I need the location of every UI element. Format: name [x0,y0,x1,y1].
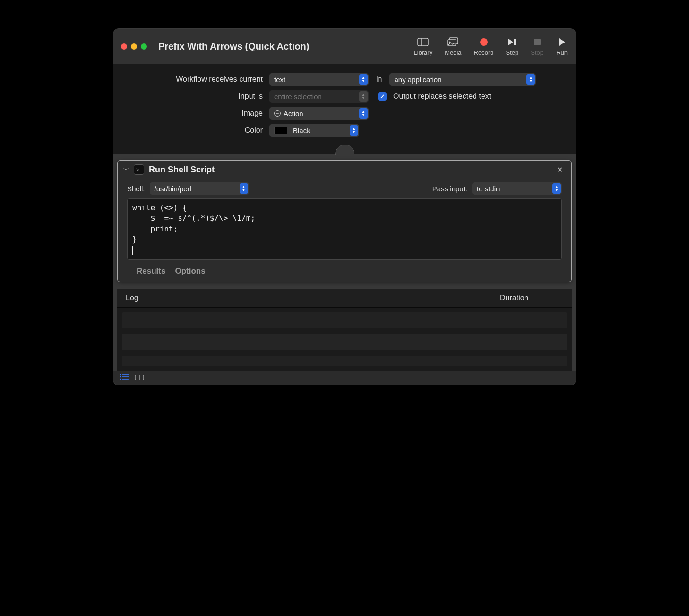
log-column-header[interactable]: Log [117,289,491,307]
image-label: Image [128,109,265,118]
play-icon [556,37,568,47]
step-icon [506,37,518,47]
pass-input-value: to stdin [477,185,500,193]
receives-select[interactable]: text ▲▼ [269,73,369,86]
pass-input-label: Pass input: [432,185,467,193]
updown-icon: ▲▼ [240,183,248,194]
titlebar: Prefix With Arrows (Quick Action) Librar… [113,29,576,65]
media-button[interactable]: Media [445,37,461,56]
record-icon [478,37,490,47]
remove-action-button[interactable]: ✕ [554,165,566,174]
updown-icon: ▲▼ [526,74,535,85]
shell-select[interactable]: /usr/bin/perl ▲▼ [150,182,249,195]
updown-icon: ▲▼ [359,91,368,102]
stop-icon [531,37,543,47]
color-value: Black [293,127,310,135]
workflow-config: Workflow receives current text ▲▼ in any… [113,65,576,154]
results-tab[interactable]: Results [137,266,165,276]
workflow-canvas: ﹀ >_ Run Shell Script ✕ Shell: /usr/bin/… [113,154,576,371]
updown-icon: ▲▼ [552,183,561,194]
options-tab[interactable]: Options [175,266,205,276]
sidebar-icon [417,37,429,47]
step-label: Step [506,49,519,56]
photos-icon [447,37,459,47]
log-row [122,312,567,328]
close-window-button[interactable] [121,43,127,50]
zoom-window-button[interactable] [141,43,147,50]
traffic-lights [121,43,147,50]
log-panel: Log Duration [117,289,572,371]
color-swatch [274,127,287,134]
updown-icon: ▲▼ [350,125,358,136]
updown-icon: ▲▼ [359,74,368,85]
color-select[interactable]: Black ▲▼ [269,124,359,137]
connector-notch [335,145,354,155]
terminal-icon: >_ [134,164,144,175]
step-button[interactable]: Step [506,37,519,56]
log-row [122,334,567,350]
library-button[interactable]: Library [413,37,432,56]
action-title: Run Shell Script [149,165,549,175]
shell-value: /usr/bin/perl [155,185,191,193]
receives-label: Workflow receives current [128,75,265,84]
list-view-icon[interactable] [120,374,129,382]
output-replaces-checkbox[interactable]: ✓ [378,92,387,101]
application-value: any application [394,76,441,84]
run-shell-script-action: ﹀ >_ Run Shell Script ✕ Shell: /usr/bin/… [117,160,572,282]
receives-value: text [274,76,285,84]
input-select: entire selection ▲▼ [269,90,369,103]
stop-label: Stop [531,49,543,56]
shell-label: Shell: [127,185,145,193]
input-label: Input is [128,92,265,101]
record-button[interactable]: Record [474,37,494,56]
svg-point-12 [120,376,121,378]
action-header[interactable]: ﹀ >_ Run Shell Script ✕ [118,161,571,179]
color-label: Color [128,126,265,135]
script-content: while (<>) { $_ =~ s/^(.*)$/\> \1/m; pri… [132,203,255,244]
svg-point-11 [120,374,121,376]
svg-rect-7 [534,39,541,45]
chevron-down-icon[interactable]: ﹀ [123,166,129,174]
in-label: in [376,75,382,84]
input-value: entire selection [274,93,322,101]
text-cursor [132,246,133,255]
updown-icon: ▲▼ [359,108,368,119]
svg-rect-6 [514,39,516,45]
application-select[interactable]: any application ▲▼ [389,73,536,86]
output-replaces-label: Output replaces selected text [393,92,491,101]
image-value: Action [284,110,303,118]
script-textarea[interactable]: while (<>) { $_ =~ s/^(.*)$/\> \1/m; pri… [127,198,562,260]
library-label: Library [413,49,432,56]
run-label: Run [556,49,568,56]
stop-button: Stop [531,37,543,56]
run-button[interactable]: Run [556,37,568,56]
svg-rect-0 [418,38,428,46]
svg-point-13 [120,379,121,380]
action-footer: Results Options [118,262,571,282]
pass-input-select[interactable]: to stdin ▲▼ [472,182,562,195]
toolbar: Library Media Record Step [413,37,568,56]
media-label: Media [445,49,461,56]
action-glyph-icon: – [274,110,281,117]
window-title: Prefix With Arrows (Quick Action) [158,41,413,52]
log-header: Log Duration [117,289,572,308]
duration-column-header[interactable]: Duration [491,289,572,307]
automator-window: Prefix With Arrows (Quick Action) Librar… [113,28,576,385]
svg-point-5 [480,38,488,46]
bottom-bar [113,371,576,385]
minimize-window-button[interactable] [131,43,137,50]
record-label: Record [474,49,494,56]
image-select[interactable]: – Action ▲▼ [269,107,369,120]
log-rows [117,308,572,371]
log-row [122,356,567,366]
columns-view-icon[interactable] [135,374,144,382]
